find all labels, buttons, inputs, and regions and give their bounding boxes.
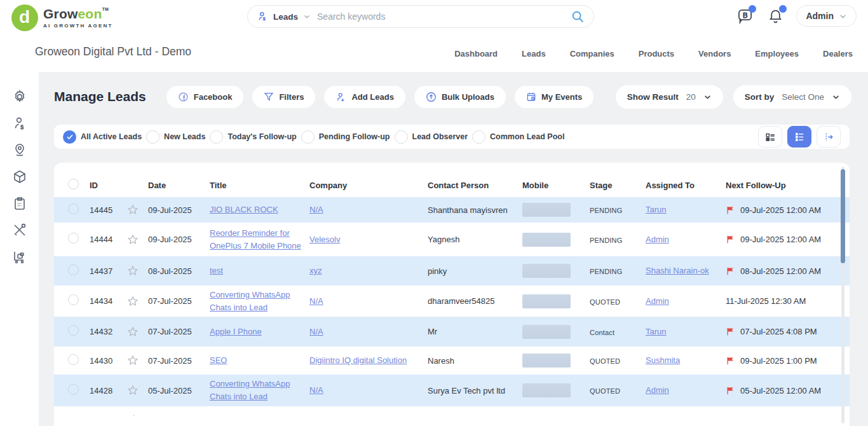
chat-icon[interactable]: B — [735, 6, 754, 25]
row-select-radio[interactable] — [68, 203, 79, 214]
brand-logo-icon: d — [11, 4, 38, 31]
column-header-next-follow-up: Next Follow-Up — [726, 181, 850, 190]
filter-common-lead-pool[interactable]: Common Lead Pool — [472, 130, 564, 144]
lead-contact-person: Naresh — [428, 356, 522, 366]
row-select-radio[interactable] — [68, 384, 79, 395]
nav-item-leads[interactable]: Leads — [522, 49, 546, 58]
company-title: Groweon Digital Pvt Ltd - Demo — [35, 45, 191, 58]
row-select-radio[interactable] — [68, 354, 79, 365]
facebook-icon — [178, 92, 189, 102]
leads-person-icon[interactable]: $ — [12, 116, 27, 131]
lead-company-link[interactable]: Velesolv — [309, 235, 340, 244]
star-icon[interactable] — [126, 326, 148, 338]
lead-row-14445: 1444509-Jul-2025JIO BLACK ROCKN/AShantha… — [54, 197, 850, 223]
show-result-select[interactable]: Show Result 20 — [616, 85, 723, 109]
facebook-button[interactable]: Facebook — [166, 86, 244, 108]
tools-icon[interactable] — [12, 223, 27, 238]
filter-lead-observer[interactable]: Lead Observer — [395, 130, 468, 144]
add-leads-button[interactable]: Add Leads — [324, 86, 405, 108]
cart-icon[interactable] — [12, 249, 27, 265]
sort-by-chevron-icon — [832, 93, 840, 101]
filter-pending-follow-up[interactable]: Pending Follow-up — [301, 130, 390, 144]
brand-logo[interactable]: d GroweonTM AI GROWTH AGENT — [11, 4, 113, 31]
lead-title-link[interactable]: Converting WhatsApp Chats into Lead — [210, 290, 290, 312]
lead-assigned-link[interactable]: Admin — [646, 385, 669, 395]
lead-company-link[interactable]: N/A — [309, 385, 323, 395]
search-category-chevron-icon[interactable] — [303, 13, 311, 20]
star-icon[interactable] — [126, 265, 148, 277]
lead-mobile-redacted — [522, 325, 571, 339]
settings-gear-icon[interactable] — [12, 89, 27, 104]
nav-item-employees[interactable]: Employees — [755, 49, 799, 58]
star-icon[interactable] — [126, 295, 148, 308]
lead-stage: PENDING — [590, 207, 623, 214]
lead-title-link[interactable]: Converting WhatsApp Chats into Lead — [210, 379, 290, 401]
nav-item-products[interactable]: Products — [639, 49, 674, 58]
location-pin-icon[interactable] — [12, 142, 27, 158]
lead-date: 05-Jul-2025 — [148, 386, 210, 395]
filter-today-s-follow-up[interactable]: Today's Follow-up — [210, 130, 296, 144]
table-scrollbar-track[interactable] — [841, 167, 844, 423]
lead-company-link[interactable]: xyz — [309, 266, 322, 275]
star-icon[interactable] — [126, 354, 148, 367]
row-select-radio[interactable] — [68, 265, 79, 275]
lead-assigned-link[interactable]: Shashi Narain-ok — [646, 266, 709, 275]
lead-stage: QUOTED — [590, 298, 620, 306]
lead-assigned-link[interactable]: Sushmita — [646, 355, 680, 365]
row-select-radio[interactable] — [68, 233, 79, 244]
card-view-toggle[interactable] — [758, 126, 782, 148]
nav-item-dealers[interactable]: Dealers — [823, 49, 853, 58]
lead-title-link[interactable]: JIO BLACK ROCK — [210, 205, 278, 214]
star-icon[interactable] — [126, 384, 148, 397]
radio-icon — [395, 130, 408, 144]
top-header: d GroweonTM AI GROWTH AGENT $ Leads B Ad… — [0, 0, 868, 36]
table-scrollbar-thumb[interactable] — [841, 169, 845, 263]
lead-mobile-redacted — [522, 383, 571, 397]
products-box-icon[interactable] — [12, 169, 27, 184]
select-all-radio[interactable] — [68, 179, 79, 189]
lead-title-link[interactable]: test — [210, 266, 223, 275]
list-view-toggle[interactable] — [787, 126, 811, 148]
lead-date: 07-Jul-2025 — [148, 356, 210, 366]
search-icon[interactable] — [571, 10, 585, 24]
my-events-button[interactable]: My Events — [515, 86, 593, 108]
nav-item-companies[interactable]: Companies — [570, 49, 614, 58]
lead-company-link[interactable]: Digiintro IQ digital Solution — [309, 355, 407, 365]
lead-title-link[interactable]: Reorder Reminder for OnePlus 7 Mobile Ph… — [210, 228, 301, 251]
notifications-bell-icon[interactable] — [766, 6, 785, 25]
main-nav: DashboardLeadsCompaniesProductsVendorsEm… — [454, 36, 853, 72]
star-icon[interactable] — [126, 233, 148, 246]
orders-clipboard-icon[interactable] — [12, 196, 27, 211]
lead-title-link[interactable]: Apple I Phone — [210, 327, 262, 336]
lead-company-link[interactable]: N/A — [309, 205, 323, 214]
export-toggle[interactable] — [817, 126, 841, 148]
filter-new-leads[interactable]: New Leads — [146, 130, 205, 144]
nav-item-dashboard[interactable]: Dashboard — [454, 49, 498, 58]
lead-row-14428: 1442805-Jul-2025Converting WhatsApp Chat… — [54, 374, 850, 406]
filter-all-active-leads[interactable]: All Active Leads — [63, 130, 142, 144]
lead-company-link[interactable]: N/A — [309, 296, 323, 306]
bulk-uploads-button[interactable]: Bulk Uploads — [414, 86, 506, 108]
search-category[interactable]: Leads — [273, 12, 298, 22]
column-header-title: Title — [210, 181, 309, 190]
row-select-radio[interactable] — [68, 294, 79, 305]
lead-assigned-link[interactable]: Admin — [646, 296, 669, 306]
sub-header: Groweon Digital Pvt Ltd - Demo Dashboard… — [0, 36, 868, 72]
lead-mobile-redacted — [522, 203, 571, 217]
nav-item-vendors[interactable]: Vendors — [698, 49, 731, 58]
lead-row-14444: 1444409-Jul-2025Reorder Reminder for One… — [54, 223, 850, 256]
lead-assigned-link[interactable]: Tarun — [646, 327, 667, 336]
lead-title-link[interactable]: SEO — [210, 355, 227, 365]
lead-mobile-redacted — [522, 233, 571, 247]
lead-row-14432: 1443207-Jul-2025Apple I PhoneN/AMrContac… — [54, 317, 850, 347]
filters-button[interactable]: Filters — [252, 86, 315, 108]
lead-company-link[interactable]: N/A — [309, 327, 323, 336]
lead-assigned-link[interactable]: Tarun — [646, 205, 667, 214]
lead-assigned-link[interactable]: Admin — [646, 235, 669, 244]
search-input[interactable] — [317, 11, 566, 22]
star-icon[interactable] — [126, 203, 148, 216]
row-select-radio[interactable] — [68, 325, 79, 336]
sort-by-select[interactable]: Sort by Select One — [733, 85, 851, 109]
user-menu[interactable]: Admin — [796, 5, 857, 27]
lead-stage: PENDING — [590, 237, 623, 244]
